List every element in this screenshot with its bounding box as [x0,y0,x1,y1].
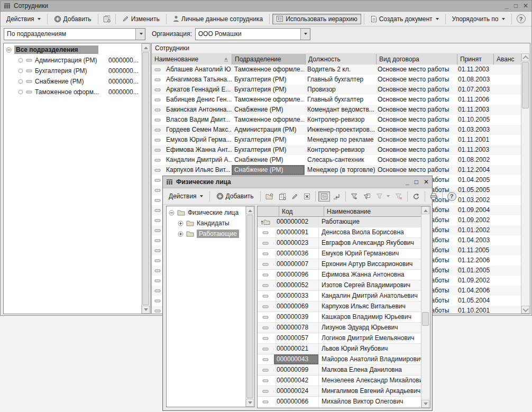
scroll-thumb[interactable] [246,215,253,398]
cell-code[interactable]: 000000042 [274,376,319,386]
cell-department[interactable]: Снабжение (РМ) [232,155,305,165]
column-header-contract[interactable]: Вид договора [377,54,457,65]
table-row[interactable]: 000000002 Работающие [258,217,421,227]
cell-name[interactable]: Работающие [319,217,421,227]
cell-hired[interactable]: 01.01.2005 [455,265,491,276]
cell-contract[interactable]: Основное место работы [375,115,455,125]
cell-code[interactable]: 000000024 [274,386,319,396]
cell-name[interactable]: Ерхонин Артур Виссарионович [319,259,421,269]
column-header-hired[interactable]: Принят [457,54,494,65]
cell-contract[interactable]: Основное место работы [375,135,455,145]
use-hierarchy-button[interactable]: Использовать иерархию [272,14,361,24]
cell-name[interactable]: Емуков Юрий Германович [319,249,421,259]
cell-department[interactable]: Таможенное оформле... [232,95,305,105]
table-row[interactable]: 000000078 Лизунов Эдуард Юрьевич [258,323,421,333]
scroll-down-button[interactable] [521,306,529,314]
cell-position[interactable]: Главный бухгалтер [305,95,375,105]
cell-name[interactable]: Кандалин Дмитрий А... [163,155,232,165]
cell-code[interactable]: 000000021 [274,344,319,354]
scroll-down-button[interactable] [142,306,150,314]
cell-department[interactable]: Бухгалтерия (РМ) [232,85,305,95]
edit-button[interactable] [289,191,300,202]
cell-name[interactable]: Кандалин Дмитрий Анатольевич [319,291,421,301]
cell-hired[interactable]: 01.05.2004 [455,296,491,306]
cell-hired[interactable]: 01.03.2002 [455,195,491,205]
cell-hired[interactable]: 01.10.2001 [455,306,491,314]
table-row[interactable]: Карпухов Ильяс Вит... Снабжение (РМ) Мен… [152,165,521,175]
refresh-button[interactable] [410,191,422,202]
table-row[interactable]: Власов Вадим Дмит... Таможенное оформле.… [152,115,521,125]
cell-code[interactable]: 000000099 [274,365,319,375]
cell-hired[interactable]: 01.12.2006 [455,255,491,265]
cell-department[interactable]: Таможенное оформле... [232,115,305,125]
personal-data-button[interactable]: Личные данные сотрудника [169,14,267,24]
table-row[interactable]: 000000099 Малкова Елена Даниловна [258,365,421,376]
tree-scrollbar[interactable] [245,206,254,407]
cell-position[interactable]: Слесарь-сантехник [305,155,375,165]
cell-position[interactable]: Менеджер по рекламе [305,135,375,145]
cell-hired[interactable]: 01.07.2003 [455,85,491,95]
cell-contract[interactable]: Основное место работы [375,155,455,165]
delete-button[interactable] [301,191,313,202]
cell-code[interactable]: 000000039 [274,312,319,322]
cell-hired[interactable]: 01.11.2003 [455,145,491,155]
actions-menu-button[interactable]: Действия [3,14,44,24]
close-button[interactable]: ✕ [523,2,528,10]
cell-hired[interactable]: 01.09.2004 [455,205,491,215]
cell-hired[interactable]: 01.01.2002 [455,225,491,235]
cell-hired[interactable]: 01.11.2005 [455,245,491,255]
table-row[interactable]: Абнагимова Татьяна... Бухгалтерия (РМ) Г… [152,75,521,85]
column-header-department[interactable]: Подразделение [232,54,306,65]
actions-menu-button[interactable]: Действия [165,191,207,202]
scroll-up-button[interactable] [521,53,529,61]
column-header-code[interactable]: Код [279,206,324,217]
cell-hired[interactable]: 01.11.2001 [455,135,491,145]
table-row[interactable]: 000000036 Емуков Юрий Германович [258,249,421,259]
cell-name[interactable]: Логинов Дмитрий Емельянович [319,333,421,343]
view-mode-combobox[interactable]: По подразделениям [4,28,145,40]
cell-hired[interactable]: 01.08.2003 [455,75,491,85]
cell-department[interactable]: Бухгалтерия (РМ) [232,135,305,145]
table-row[interactable]: Гордеев Семен Макс... Администрация (РМ)… [152,125,521,135]
table-row[interactable]: 000000039 Кашкаров Владимир Юрьевич [258,312,421,323]
scroll-down-button[interactable] [246,399,254,407]
cell-hired[interactable]: 01.04.2005 [455,175,491,185]
tree-root-individuals[interactable]: Физические лица [167,207,246,218]
cell-code[interactable]: 000000078 [274,323,319,333]
individuals-grid-scrollbar[interactable] [421,206,430,408]
cell-code[interactable]: 000000023 [274,238,319,248]
cell-code[interactable]: 000000009 [274,407,319,408]
table-row[interactable]: 000000043 Майоров Анатолий Владимирович [258,354,421,365]
cell-contract[interactable]: Основное место работы [375,85,455,95]
dropdown-button[interactable] [135,29,145,40]
cell-name[interactable]: Бакинская Антонина... [163,105,232,115]
cell-name[interactable]: Гордеев Семен Макс... [163,125,232,135]
copy-button[interactable] [277,191,288,202]
cell-name[interactable]: Морякин Андрей Леонтьевич [319,407,421,408]
table-row[interactable]: Кандалин Дмитрий А... Снабжение (РМ) Сле… [152,155,521,165]
cell-name[interactable]: Ефимова Жанна Ант... [163,145,232,155]
filter-button[interactable] [361,191,373,202]
close-button[interactable]: ✕ [424,178,429,186]
column-header-name[interactable]: Наименование [152,54,232,65]
cell-name[interactable]: Мингалимов Евгений Аркадьевич [319,386,421,396]
table-row[interactable]: 000000057 Логинов Дмитрий Емельянович [258,333,421,344]
filter-by-value-button[interactable] [374,191,392,202]
cell-code[interactable]: 000000057 [274,333,319,343]
table-row[interactable]: 000000023 Евграфов Александр Якубович [258,238,421,249]
cell-name[interactable]: Абнагимова Татьяна... [163,75,232,85]
copy-button[interactable] [101,13,113,24]
set-filter-button[interactable] [348,191,360,202]
cell-name[interactable]: Аркатов Геннадий Е... [163,85,232,95]
cell-contract[interactable]: Основное место работы [375,95,455,105]
scroll-thumb[interactable] [422,312,429,326]
cell-name[interactable]: Изотов Сергей Владимирович [319,280,421,290]
cell-position[interactable]: Инженер-проектиров... [305,125,375,135]
expander-minus-icon[interactable] [6,47,12,53]
cell-code[interactable]: 000000002 [274,217,319,227]
cell-hired[interactable]: 01.04.2003 [455,235,491,245]
cell-contract[interactable]: Основное место работы [375,105,455,115]
cell-name[interactable]: Денисова Виола Борисовна [319,227,421,237]
cell-hired[interactable]: 01.11.2003 [455,105,491,115]
cell-contract[interactable]: Основное место работы [375,165,455,175]
